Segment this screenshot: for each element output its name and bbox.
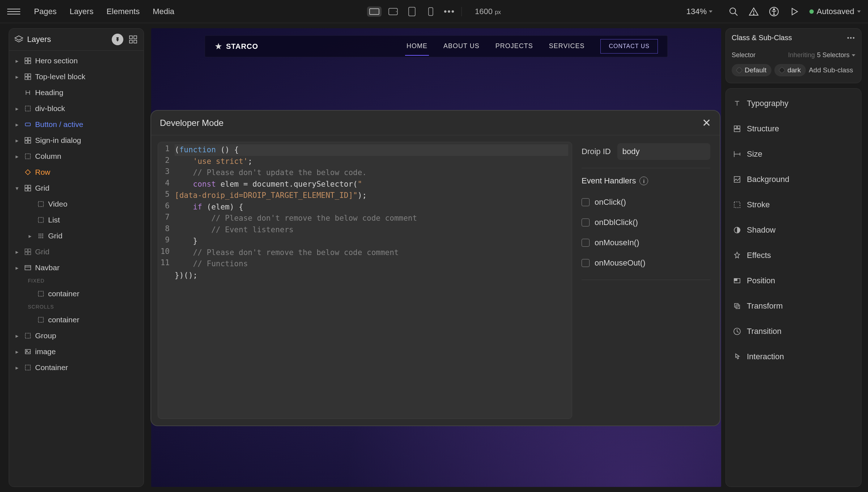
layer-label: Top-level block <box>35 72 85 81</box>
prop-typography[interactable]: Typography <box>726 91 861 116</box>
checkbox-icon[interactable] <box>582 219 590 226</box>
layer-item[interactable]: ▾Grid <box>9 180 144 196</box>
inherit-count: 5 Selectors <box>817 51 850 59</box>
layer-item[interactable]: container <box>9 286 144 302</box>
expand-toggle-icon[interactable]: ▸ <box>13 58 21 64</box>
search-icon[interactable] <box>728 7 739 17</box>
layer-item[interactable]: List <box>9 212 144 228</box>
expand-toggle-icon[interactable]: ▸ <box>13 332 21 339</box>
expand-toggle-icon[interactable]: ▸ <box>13 121 21 128</box>
prop-label: Effects <box>747 251 771 260</box>
position-icon <box>732 276 742 285</box>
prop-effects[interactable]: Effects <box>726 243 861 268</box>
inheriting-info[interactable]: Inheriting 5 Selectors <box>788 51 855 59</box>
zoom-control[interactable]: 134% <box>686 7 712 16</box>
expand-toggle-icon[interactable]: ▸ <box>13 264 21 271</box>
accessibility-icon[interactable] <box>769 7 779 17</box>
close-icon[interactable]: ✕ <box>702 116 711 129</box>
layer-item[interactable]: Row <box>9 164 144 180</box>
prop-interaction[interactable]: Interaction <box>726 344 861 369</box>
layer-item[interactable]: ▸Column <box>9 148 144 164</box>
class-panel-more-icon[interactable]: ••• <box>847 35 855 41</box>
layer-label: Grid <box>35 247 50 256</box>
layer-item[interactable]: container <box>9 312 144 328</box>
svg-point-41 <box>42 236 43 237</box>
preview-cta-button[interactable]: CONTACT US <box>600 39 658 54</box>
layer-item[interactable]: ▸div-block <box>9 101 144 116</box>
layer-item[interactable]: ▸Top-level block <box>9 69 144 85</box>
expand-toggle-icon[interactable]: ▸ <box>13 105 21 112</box>
layer-label: image <box>35 347 56 356</box>
info-icon[interactable]: i <box>639 177 648 185</box>
preview-link-services[interactable]: SERVICES <box>548 37 586 56</box>
grid-icon[interactable] <box>128 35 138 44</box>
pin-icon[interactable] <box>112 34 123 45</box>
expand-toggle-icon[interactable]: ▾ <box>13 185 21 192</box>
layer-item[interactable]: ▸Button / active <box>9 116 144 132</box>
layers-panel-header: Layers <box>9 29 144 51</box>
desktop-icon[interactable] <box>367 7 382 17</box>
layer-item[interactable]: ▸Group <box>9 328 144 344</box>
selector-label: Selector <box>732 51 756 59</box>
tablet-landscape-icon[interactable] <box>386 7 400 17</box>
prop-position[interactable]: Position <box>726 268 861 293</box>
event-ondblclick[interactable]: onDblClick() <box>582 212 710 233</box>
prop-background[interactable]: Background <box>726 167 861 192</box>
tablet-portrait-icon[interactable] <box>405 7 419 17</box>
expand-toggle-icon[interactable]: ▸ <box>13 153 21 160</box>
prop-transition[interactable]: Transition <box>726 319 861 344</box>
viewport-size[interactable]: 1600 px <box>475 7 501 16</box>
preview-link-about[interactable]: ABOUT US <box>442 37 481 56</box>
svg-rect-15 <box>25 58 27 60</box>
expand-toggle-icon[interactable]: ▸ <box>13 73 21 80</box>
class-pill-default[interactable]: Default <box>732 64 771 76</box>
svg-rect-59 <box>734 129 740 132</box>
layer-item[interactable]: Video <box>9 196 144 212</box>
layer-item[interactable]: ▸Grid <box>9 228 144 244</box>
event-onmousein[interactable]: onMouseIn() <box>582 233 710 253</box>
checkbox-icon[interactable] <box>582 198 590 206</box>
mobile-icon[interactable] <box>424 7 438 17</box>
layer-item[interactable]: Heading <box>9 85 144 101</box>
layer-item[interactable]: ▸Sign-in dialog <box>9 132 144 148</box>
svg-point-42 <box>39 237 40 238</box>
layer-item[interactable]: ▸Container <box>9 360 144 376</box>
warning-icon[interactable] <box>749 7 759 17</box>
layer-item[interactable]: ▸Navbar <box>9 260 144 276</box>
autosave-status[interactable]: Autosaved <box>809 7 861 16</box>
prop-transform[interactable]: Transform <box>726 293 861 319</box>
prop-stroke[interactable]: Stroke <box>726 192 861 217</box>
droip-id-value[interactable]: body <box>617 143 710 160</box>
tab-media[interactable]: Media <box>148 4 179 19</box>
layer-item[interactable]: ▸image <box>9 344 144 360</box>
prop-size[interactable]: Size <box>726 141 861 167</box>
more-devices-icon[interactable]: ••• <box>444 7 455 17</box>
layer-item[interactable]: ▸Grid <box>9 244 144 260</box>
code-editor[interactable]: 1234567891011 (function () { 'use strict… <box>158 142 572 419</box>
expand-toggle-icon[interactable]: ▸ <box>13 249 21 255</box>
expand-toggle-icon[interactable]: ▸ <box>13 137 21 144</box>
tab-elements[interactable]: Elements <box>101 4 145 19</box>
tab-pages[interactable]: Pages <box>29 4 61 19</box>
checkbox-icon[interactable] <box>582 259 590 267</box>
expand-toggle-icon[interactable]: ▸ <box>26 233 34 239</box>
play-icon[interactable] <box>789 7 799 17</box>
checkbox-icon[interactable] <box>582 239 590 247</box>
properties-panel: TypographyStructureSizeBackgroundStrokeS… <box>726 88 861 487</box>
preview-link-projects[interactable]: PROJECTS <box>494 37 535 56</box>
svg-rect-30 <box>25 185 27 188</box>
expand-toggle-icon[interactable]: ▸ <box>13 364 21 371</box>
layer-item[interactable]: ▸Hero section <box>9 53 144 69</box>
class-pill-dark[interactable]: dark <box>774 64 806 76</box>
preview-link-home[interactable]: HOME <box>405 37 429 56</box>
layer-label: Grid <box>48 232 63 240</box>
expand-toggle-icon[interactable]: ▸ <box>13 348 21 355</box>
event-onclick[interactable]: onClick() <box>582 192 710 212</box>
class-panel: Class & Sub-Class ••• Selector Inheritin… <box>726 28 861 83</box>
add-subclass[interactable]: Add Sub-class <box>809 66 853 74</box>
tab-layers[interactable]: Layers <box>64 4 98 19</box>
menu-icon[interactable] <box>7 5 20 18</box>
prop-shadow[interactable]: Shadow <box>726 217 861 243</box>
prop-structure[interactable]: Structure <box>726 116 861 141</box>
event-onmouseout[interactable]: onMouseOut() <box>582 253 710 273</box>
